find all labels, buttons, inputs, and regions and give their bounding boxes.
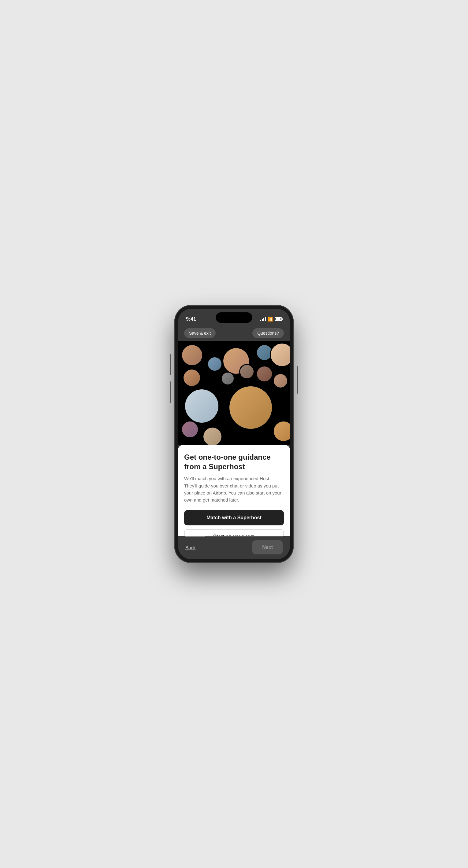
avatar-12 (181, 421, 199, 438)
hero-image-area (178, 341, 290, 445)
avatar-7 (221, 372, 235, 385)
volume-up-button[interactable] (170, 354, 171, 375)
avatar-6 (183, 369, 201, 387)
signal-icon (260, 317, 266, 321)
content-card: Get one-to-one guidance from a Superhost… (178, 445, 290, 536)
volume-down-button[interactable] (170, 381, 171, 403)
avatar-10 (184, 389, 219, 424)
avatar-9 (273, 373, 288, 389)
avatar-5 (270, 343, 290, 367)
avatar-2 (207, 356, 223, 372)
wifi-icon: 📶 (268, 317, 273, 321)
next-button[interactable]: Next (252, 540, 283, 554)
dynamic-island (216, 312, 252, 323)
avatar-grid (178, 341, 290, 445)
app-content: Save & exit Questions? (178, 325, 290, 559)
power-button[interactable] (297, 366, 298, 394)
status-time: 9:41 (186, 316, 196, 322)
avatar-14 (273, 421, 290, 442)
bottom-navigation: Back Next (178, 537, 290, 559)
avatar-8 (256, 366, 273, 382)
avatar-15 (239, 364, 255, 379)
avatar-1 (181, 344, 203, 366)
avatar-13 (203, 427, 223, 445)
card-description: We'll match you with an experienced Host… (184, 475, 284, 503)
card-title: Get one-to-one guidance from a Superhost (184, 452, 284, 471)
battery-icon (275, 317, 282, 321)
back-button[interactable]: Back (185, 545, 196, 550)
match-superhost-button[interactable]: Match with a Superhost (184, 510, 284, 525)
phone-device: 9:41 📶 Save & exit (174, 305, 294, 563)
save-exit-button[interactable]: Save & exit (184, 328, 216, 338)
status-icons: 📶 (260, 317, 282, 321)
start-own-button[interactable]: Start on your own (184, 529, 284, 536)
questions-button[interactable]: Questions? (252, 328, 284, 338)
avatar-11 (229, 385, 273, 430)
top-bar: Save & exit Questions? (178, 325, 290, 341)
phone-screen: 9:41 📶 Save & exit (178, 309, 290, 559)
